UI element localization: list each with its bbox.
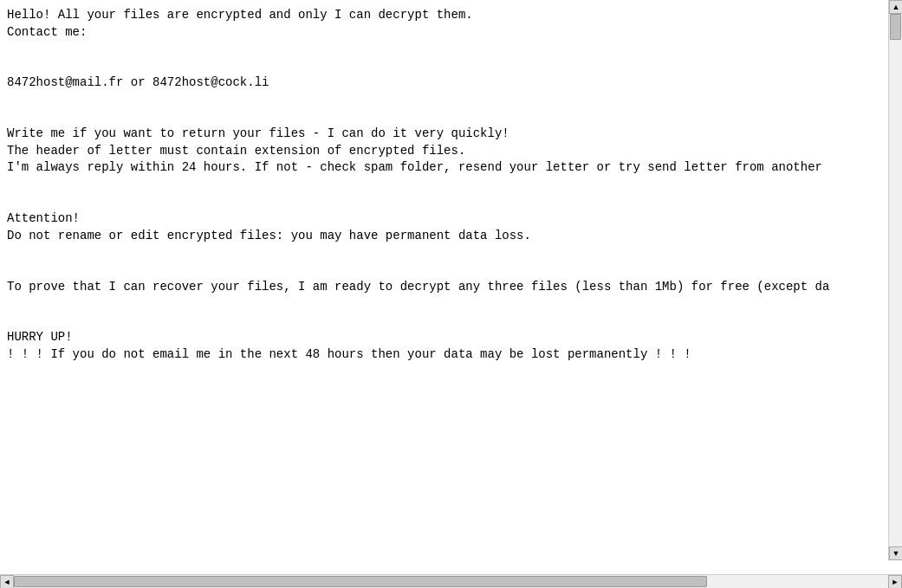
line-21: ! ! ! If you do not email me in the next… bbox=[7, 347, 691, 361]
line-17: To prove that I can recover your files, … bbox=[7, 280, 829, 294]
line-20: HURRY UP! bbox=[7, 330, 73, 344]
h-scroll-thumb[interactable] bbox=[14, 576, 707, 587]
line-2: Contact me: bbox=[7, 25, 87, 39]
vertical-scrollbar[interactable]: ▲ ▼ bbox=[888, 0, 902, 560]
main-content[interactable]: ▲ ▼ Hello! All your files are encrypted … bbox=[0, 0, 902, 574]
line-5: 8472host@mail.fr or 8472host@cock.li bbox=[7, 75, 269, 89]
line-8: Write me if you want to return your file… bbox=[7, 126, 509, 140]
v-scroll-track bbox=[889, 14, 902, 546]
v-scroll-thumb[interactable] bbox=[890, 14, 901, 40]
line-1: Hello! All your files are encrypted and … bbox=[7, 8, 473, 22]
horizontal-scrollbar[interactable]: ◄ ► bbox=[0, 574, 902, 588]
scroll-left-button[interactable]: ◄ bbox=[0, 575, 14, 589]
scroll-up-button[interactable]: ▲ bbox=[889, 0, 902, 14]
h-scroll-track bbox=[14, 575, 888, 589]
line-9: The header of letter must contain extens… bbox=[7, 144, 465, 158]
scroll-down-button[interactable]: ▼ bbox=[889, 546, 902, 560]
scroll-right-button[interactable]: ► bbox=[888, 575, 902, 589]
line-10: I'm always reply within 24 hours. If not… bbox=[7, 160, 822, 174]
ransom-note-text: Hello! All your files are encrypted and … bbox=[0, 0, 902, 370]
line-14: Do not rename or edit encrypted files: y… bbox=[7, 229, 531, 242]
line-13: Attention! bbox=[7, 211, 80, 225]
